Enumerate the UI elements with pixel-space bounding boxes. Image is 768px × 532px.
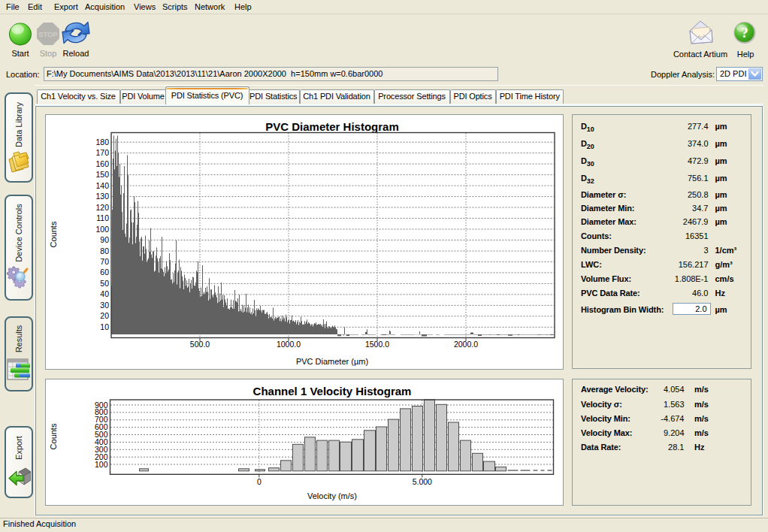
svg-text:120: 120 <box>95 203 109 212</box>
svg-text:2000.0: 2000.0 <box>453 340 477 349</box>
svg-text:5.000: 5.000 <box>412 477 431 486</box>
svg-text:1500.0: 1500.0 <box>364 340 389 349</box>
svg-text:160: 160 <box>95 159 109 168</box>
svg-text:?: ? <box>741 25 748 41</box>
svg-text:150: 150 <box>95 170 109 179</box>
svg-text:PVC Diameter (µm): PVC Diameter (µm) <box>295 357 367 366</box>
svg-text:10: 10 <box>100 322 109 331</box>
svg-text:Velocity (m/s): Velocity (m/s) <box>307 491 356 500</box>
svg-text:100: 100 <box>95 225 109 234</box>
svg-text:40: 40 <box>100 289 109 298</box>
svg-text:70: 70 <box>100 257 109 266</box>
svg-text:50: 50 <box>100 279 109 288</box>
svg-text:80: 80 <box>100 246 109 255</box>
svg-text:180: 180 <box>95 138 109 147</box>
svg-text:20: 20 <box>100 311 109 320</box>
svg-text:140: 140 <box>95 181 109 190</box>
svg-text:110: 110 <box>96 213 109 222</box>
svg-text:900: 900 <box>94 401 107 410</box>
svg-text:STOP: STOP <box>38 30 58 38</box>
svg-text:30: 30 <box>100 301 109 310</box>
svg-text:60: 60 <box>100 268 109 277</box>
svg-text:0: 0 <box>256 477 261 486</box>
svg-text:Counts: Counts <box>49 423 58 449</box>
svg-text:PVC Diameter Histogram: PVC Diameter Histogram <box>265 120 399 133</box>
svg-text:500.0: 500.0 <box>189 340 209 349</box>
svg-text:90: 90 <box>100 235 109 244</box>
svg-text:1000.0: 1000.0 <box>276 340 300 349</box>
svg-text:170: 170 <box>95 148 109 157</box>
svg-text:Channel 1 Velocity Histogram: Channel 1 Velocity Histogram <box>252 385 411 397</box>
svg-text:130: 130 <box>95 192 109 201</box>
svg-text:Counts: Counts <box>49 221 58 247</box>
